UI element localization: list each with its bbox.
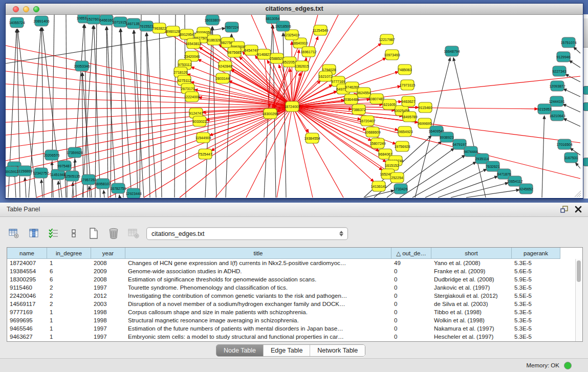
- table-cell[interactable]: Estimation of significance thresholds fo…: [125, 275, 391, 283]
- graph-node[interactable]: 17359928: [67, 147, 82, 158]
- graph-node[interactable]: 18495789: [401, 112, 417, 122]
- network-canvas[interactable]: 1872400779638228960128891295422226058982…: [6, 15, 582, 198]
- graph-node[interactable]: 9129946: [556, 52, 570, 62]
- graph-edge[interactable]: [6, 106, 292, 173]
- graph-edge[interactable]: [563, 118, 580, 126]
- canvas-resize-grip[interactable]: [577, 193, 581, 197]
- column-header-in-degree[interactable]: in_degree: [47, 248, 91, 259]
- column-header-short[interactable]: short: [431, 248, 512, 259]
- table-cell[interactable]: Franke et al. (2009): [431, 267, 512, 275]
- graph-node[interactable]: 17957253: [80, 174, 96, 185]
- table-vertical-scrollbar[interactable]: [575, 259, 582, 341]
- table-cell[interactable]: Estimation of the future numbers of pati…: [125, 324, 391, 333]
- table-cell[interactable]: 19384554: [7, 267, 47, 275]
- table-cell[interactable]: 1: [47, 308, 91, 316]
- table-cell[interactable]: 0: [391, 324, 431, 333]
- table-cell[interactable]: Changes of HCN gene expression and I(f) …: [125, 259, 391, 267]
- graph-node[interactable]: 1527602: [86, 15, 100, 24]
- table-cell[interactable]: 1997: [91, 333, 125, 341]
- table-cell[interactable]: 0: [391, 333, 431, 341]
- graph-edge[interactable]: [542, 116, 545, 198]
- table-cell[interactable]: 1997: [91, 283, 125, 292]
- table-cell[interactable]: de Silva et al. (2003): [431, 300, 512, 308]
- table-cell[interactable]: 5.5E-5: [512, 292, 560, 300]
- table-cell[interactable]: 1: [47, 259, 91, 267]
- graph-node[interactable]: 8912954: [180, 29, 193, 39]
- canvas-resize-grip[interactable]: [579, 195, 581, 197]
- graph-node[interactable]: 9699695: [418, 118, 431, 128]
- table-cell[interactable]: 5.6E-5: [512, 267, 560, 275]
- graph-node[interactable]: 3915911: [6, 166, 18, 177]
- graph-node[interactable]: 8938923: [440, 132, 453, 142]
- graph-edge[interactable]: [140, 15, 141, 198]
- table-cell[interactable]: 0: [391, 308, 431, 316]
- table-row[interactable]: 946362711997Embryonic stem cells: a mode…: [7, 333, 582, 341]
- close-panel-icon[interactable]: [575, 206, 582, 213]
- table-cell[interactable]: 6: [47, 275, 91, 283]
- deselect-all-icon[interactable]: [67, 227, 80, 240]
- graph-node[interactable]: 252254: [390, 172, 404, 183]
- table-cell[interactable]: 1: [47, 333, 91, 341]
- graph-node[interactable]: 12444191: [549, 96, 564, 106]
- table-cell[interactable]: 5.3E-5: [512, 259, 560, 267]
- graph-node[interactable]: 8960128: [166, 26, 180, 36]
- graph-node[interactable]: 7525447: [198, 149, 212, 159]
- graph-node[interactable]: 7485063: [398, 64, 411, 75]
- graph-node[interactable]: 18300295: [262, 108, 278, 119]
- graph-node[interactable]: 11254549: [313, 25, 329, 35]
- table-cell[interactable]: 0: [391, 316, 431, 324]
- graph-node[interactable]: 9975487: [57, 161, 71, 171]
- graph-node[interactable]: 15751074: [560, 37, 576, 48]
- table-cell[interactable]: 18300295: [7, 275, 47, 283]
- graph-node[interactable]: 2803144: [215, 73, 229, 83]
- table-cell[interactable]: 22420046: [7, 292, 47, 300]
- graph-node[interactable]: 7615523: [139, 21, 153, 31]
- table-cell[interactable]: 14569117: [7, 300, 47, 308]
- graph-node[interactable]: 1621072: [318, 71, 332, 81]
- graph-edge[interactable]: [121, 29, 132, 198]
- graph-edge[interactable]: [574, 47, 580, 53]
- table-cell[interactable]: Tibbo et al. (1998): [431, 308, 512, 316]
- delete-table-icon[interactable]: [127, 227, 140, 240]
- graph-node[interactable]: 17016504: [556, 139, 572, 149]
- graph-node[interactable]: 16961712: [300, 47, 316, 57]
- window-titlebar[interactable]: citations_edges.txt: [6, 4, 583, 15]
- table-cell[interactable]: 1: [47, 324, 91, 333]
- table-cell[interactable]: 9463627: [7, 333, 47, 341]
- graph-node[interactable]: 3624554: [357, 87, 371, 98]
- graph-edge[interactable]: [185, 15, 186, 198]
- table-cell[interactable]: 2: [47, 300, 91, 308]
- table-cell[interactable]: 18724007: [7, 259, 47, 267]
- table-cell[interactable]: Hescheler et al. (1997): [431, 333, 512, 341]
- graph-node[interactable]: 11544909: [195, 133, 211, 143]
- graph-node[interactable]: 7963822: [152, 23, 166, 33]
- graph-edge[interactable]: [89, 186, 90, 198]
- graph-node[interactable]: 19384554: [304, 133, 320, 143]
- table-cell[interactable]: 2012: [91, 292, 125, 300]
- graph-node[interactable]: 16210643: [549, 111, 565, 121]
- table-cell[interactable]: Dudbridge et al. (2008): [431, 275, 512, 283]
- table-row[interactable]: 977716911998Corpus callosum shape and si…: [7, 308, 582, 316]
- table-cell[interactable]: 1: [47, 316, 91, 324]
- table-cell[interactable]: Embryonic stem cells: a model to study s…: [125, 333, 391, 341]
- graph-node[interactable]: 20053346: [74, 61, 90, 71]
- graph-node[interactable]: 12224008: [184, 92, 200, 102]
- graph-node[interactable]: 19218506: [275, 21, 291, 31]
- table-cell[interactable]: Disruption of a novel member of a sodium…: [125, 300, 391, 308]
- table-cell[interactable]: 1998: [91, 308, 125, 316]
- table-mode-icon[interactable]: [7, 227, 20, 240]
- table-row[interactable]: 969969511998Structural magnetic resonanc…: [7, 316, 582, 324]
- graph-node[interactable]: 2588520: [270, 53, 284, 63]
- float-panel-icon[interactable]: [560, 205, 569, 213]
- graph-node[interactable]: 8454749: [244, 45, 258, 55]
- table-row[interactable]: 1872400712008Changes of HCN gene express…: [7, 259, 582, 267]
- graph-edge[interactable]: [412, 162, 476, 198]
- graph-node[interactable]: 14671358: [125, 18, 141, 29]
- graph-node[interactable]: 14136141: [371, 181, 386, 191]
- table-selector-dropdown[interactable]: citations_edges.txt: [146, 227, 348, 240]
- graph-node[interactable]: 6466160: [99, 15, 113, 25]
- graph-node[interactable]: 10807487: [368, 94, 384, 104]
- table-cell[interactable]: 9777169: [7, 308, 47, 316]
- delete-rows-icon[interactable]: [107, 227, 120, 240]
- graph-edge[interactable]: [6, 106, 292, 135]
